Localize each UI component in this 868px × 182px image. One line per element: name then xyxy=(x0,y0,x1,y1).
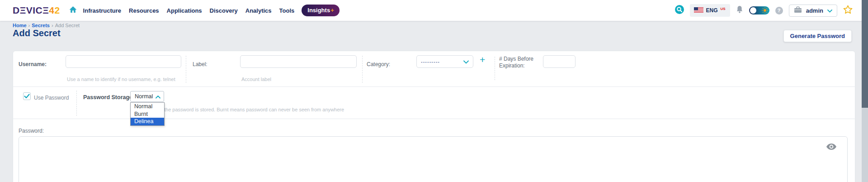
top-navbar: DΞVICΞ42 Infrastructure Resources Applic… xyxy=(0,0,868,21)
insights-button[interactable]: Insights + xyxy=(302,5,339,16)
add-secret-form-card: Username: Use a name to identify if no u… xyxy=(13,51,855,182)
reveal-password-button[interactable] xyxy=(826,142,837,153)
breadcrumb-home[interactable]: Home xyxy=(13,23,27,28)
divider xyxy=(76,91,77,116)
us-flag-icon xyxy=(694,6,703,14)
home-icon xyxy=(69,6,77,15)
nav-discovery[interactable]: Discovery xyxy=(210,7,238,14)
password-field-container xyxy=(19,136,848,182)
password-textarea[interactable] xyxy=(19,137,847,182)
star-icon xyxy=(843,5,853,16)
dropdown-option-delinea[interactable]: Delinea xyxy=(131,118,164,125)
username-label: Username: xyxy=(19,61,47,67)
sun-icon xyxy=(762,7,768,15)
theme-toggle[interactable] xyxy=(749,6,769,14)
username-helper: Use a name to identify if no username, e… xyxy=(67,77,175,82)
category-label: Category: xyxy=(367,61,390,67)
nav-tools[interactable]: Tools xyxy=(279,7,295,14)
nav-applications[interactable]: Applications xyxy=(167,7,202,14)
password-storage-label: Password Storage: xyxy=(83,94,134,101)
logo-text: DΞVICΞ xyxy=(13,5,49,15)
form-row-password: Password: xyxy=(13,119,855,182)
divider xyxy=(495,57,495,80)
chevron-up-icon xyxy=(156,92,160,101)
nav-infrastructure[interactable]: Infrastructure xyxy=(83,7,122,14)
help-button[interactable]: ? xyxy=(775,7,783,14)
category-selected-value: --------- xyxy=(421,59,440,64)
breadcrumb-separator: › xyxy=(28,23,30,28)
checkmark-icon xyxy=(24,92,30,101)
search-icon xyxy=(675,5,684,16)
search-button[interactable] xyxy=(675,5,684,16)
language-label: ENG xyxy=(706,7,718,14)
dropdown-option-normal[interactable]: Normal xyxy=(131,103,164,110)
breadcrumb-separator: › xyxy=(52,23,53,28)
question-icon: ? xyxy=(778,8,781,13)
password-storage-dropdown-menu: Normal Burnt Delinea xyxy=(130,102,165,126)
password-label: Password: xyxy=(19,128,44,134)
main-navigation: Infrastructure Resources Applications Di… xyxy=(83,7,295,14)
password-storage-helper: the password is stored. Burnt means pass… xyxy=(164,107,344,112)
notifications-button[interactable] xyxy=(736,5,743,15)
days-before-expiration-input[interactable] xyxy=(543,55,576,68)
language-region: US xyxy=(721,7,726,11)
label-helper: Account label xyxy=(241,77,271,82)
favorites-button[interactable] xyxy=(843,5,853,16)
form-row-password-options: Use Password Password Storage: Normal No… xyxy=(13,87,855,119)
scrollbar-thumb[interactable] xyxy=(862,0,868,108)
nav-resources[interactable]: Resources xyxy=(129,7,159,14)
password-storage-select[interactable]: Normal xyxy=(130,91,164,102)
category-select[interactable]: --------- xyxy=(416,55,473,68)
chevron-down-icon xyxy=(463,57,469,66)
eye-icon xyxy=(826,146,837,153)
label-label: Label: xyxy=(193,61,208,67)
label-input[interactable] xyxy=(240,55,357,68)
vertical-scrollbar[interactable] xyxy=(862,0,868,182)
device42-logo[interactable]: DΞVICΞ42 xyxy=(13,5,60,16)
chevron-down-icon xyxy=(827,6,832,14)
toggle-knob-icon xyxy=(750,7,756,14)
nav-analytics[interactable]: Analytics xyxy=(245,7,272,14)
divider xyxy=(362,56,363,83)
language-selector[interactable]: ENG US xyxy=(690,4,730,17)
plus-icon: + xyxy=(330,7,334,14)
home-nav-button[interactable] xyxy=(69,6,77,15)
breadcrumb-current: Add Secret xyxy=(55,23,80,28)
divider xyxy=(186,56,186,83)
days-before-expiration-label: # Days Before Expiration: xyxy=(499,56,549,69)
generate-password-button[interactable]: Generate Password xyxy=(783,30,852,42)
bell-icon xyxy=(736,5,743,15)
breadcrumb: Home›Secrets›Add Secret xyxy=(13,23,80,28)
briefcase-icon xyxy=(794,6,802,15)
breadcrumb-secrets[interactable]: Secrets xyxy=(32,23,50,28)
use-password-checkbox[interactable] xyxy=(23,92,31,100)
username-label: admin xyxy=(806,7,823,14)
use-password-label: Use Password xyxy=(34,95,69,101)
add-category-button[interactable]: + xyxy=(480,54,485,65)
username-input[interactable] xyxy=(66,55,181,68)
form-row-identity: Username: Use a name to identify if no u… xyxy=(13,51,855,87)
user-menu[interactable]: admin xyxy=(789,5,837,17)
navbar-right-group: ENG US xyxy=(675,4,853,17)
password-storage-selected-value: Normal xyxy=(135,93,153,100)
page-title: Add Secret xyxy=(13,28,61,38)
dropdown-option-burnt[interactable]: Burnt xyxy=(131,110,164,118)
